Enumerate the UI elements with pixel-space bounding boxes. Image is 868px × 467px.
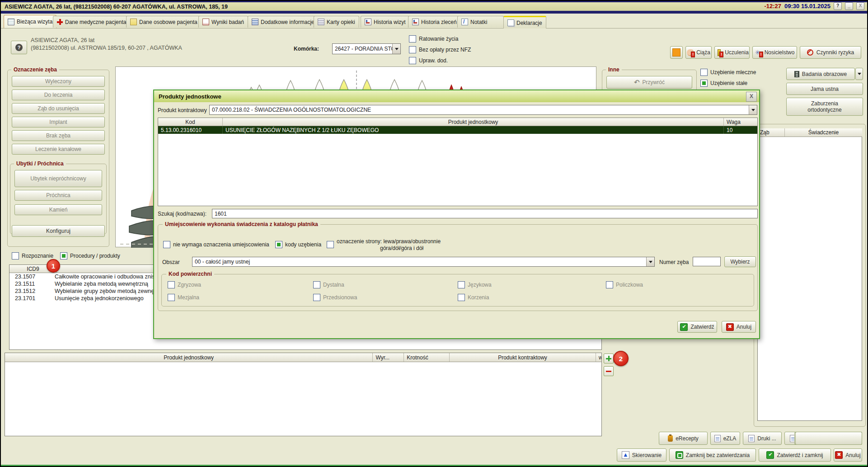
col-zab[interactable]: Ząb bbox=[757, 128, 784, 137]
col-produkt-kontraktowy[interactable]: Produkt kontraktowy bbox=[449, 353, 596, 362]
implant-button[interactable]: Implant bbox=[12, 117, 105, 127]
teeth-codes-checkbox[interactable]: kody uzębienia bbox=[275, 241, 321, 248]
cell-select[interactable]: 26427 - PORADNIA STOMATOLOGICZNA - AOS -… bbox=[332, 43, 401, 54]
tab-historia-wizyt[interactable]: Historia wizyt bbox=[361, 16, 410, 28]
col-kod[interactable]: Kod bbox=[158, 118, 222, 126]
checkbox[interactable] bbox=[313, 294, 320, 301]
tab-notatki[interactable]: Notatki bbox=[457, 16, 504, 28]
dialog-title-bar[interactable]: Produkty jednostkowe bbox=[154, 90, 759, 102]
surface-mezjalna-checkbox[interactable]: Mezjalna bbox=[168, 294, 199, 301]
products-table-box[interactable] bbox=[5, 353, 602, 436]
contract-product-select[interactable]: 07.0000.218.02 - ŚWIADCZENIA OGÓLNOSTOMA… bbox=[209, 105, 757, 115]
close-window-button[interactable]: X bbox=[856, 2, 864, 10]
przywroc-button[interactable]: ↶ Przywróć bbox=[606, 76, 692, 89]
checkbox[interactable] bbox=[163, 241, 170, 248]
rozpoznanie-checkbox[interactable]: Rozpoznanie bbox=[12, 252, 53, 259]
tab-deklaracje[interactable]: Deklaracje bbox=[503, 16, 546, 28]
risk-factors-button[interactable]: Czynniki ryzyka bbox=[800, 46, 861, 59]
flag-ratowanie-zycia[interactable]: Ratowanie życia bbox=[409, 35, 458, 42]
tooth-number-input[interactable] bbox=[693, 257, 721, 266]
ubytek-nieprochnicowy-button[interactable]: Ubytek niepróchnicowy bbox=[14, 170, 102, 187]
checkbox[interactable] bbox=[327, 241, 334, 248]
checkbox[interactable] bbox=[409, 46, 416, 53]
dropdown-arrow-icon[interactable] bbox=[749, 105, 757, 114]
flag-upraw-dod[interactable]: Upraw. dod. bbox=[409, 57, 448, 64]
checkbox[interactable] bbox=[313, 281, 320, 288]
checkbox[interactable] bbox=[168, 294, 175, 301]
tab-historia-zlecen[interactable]: Historia zleceń bbox=[408, 16, 461, 28]
tab-karty-opieki[interactable]: Karty opieki bbox=[314, 16, 359, 28]
selected-product-row[interactable]: 5.13.00.2316010 USUNIĘCIE ZŁOGÓW NAZĘBNY… bbox=[158, 126, 757, 134]
jama-ustna-button[interactable]: Jama ustna bbox=[786, 83, 863, 95]
checkbox[interactable] bbox=[409, 57, 416, 64]
wybierz-button[interactable]: Wybierz bbox=[724, 256, 756, 267]
color-marker-button[interactable] bbox=[670, 46, 683, 59]
procedury-produkty-checkbox[interactable]: Procedury / produkty bbox=[60, 252, 120, 259]
druki-button[interactable]: Druki ... bbox=[743, 432, 782, 445]
services-list[interactable] bbox=[757, 137, 862, 421]
erecepty-button[interactable]: eRecepty bbox=[659, 432, 708, 445]
col-wsp[interactable]: wsp. bbox=[596, 353, 601, 362]
tab-wyniki-badan[interactable]: Wyniki badań bbox=[198, 16, 248, 28]
remove-product-button[interactable] bbox=[604, 366, 614, 376]
zamknij-bez-zatwierdzania-button[interactable]: Zamknij bez zatwierdzania bbox=[669, 448, 756, 462]
minimize-button[interactable]: _ bbox=[845, 2, 853, 10]
dialog-close-icon[interactable]: X bbox=[746, 92, 757, 102]
flag-bez-oplaty-nfz[interactable]: Bez opłaty przez NFZ bbox=[409, 46, 471, 53]
anuluj-wizyta-button[interactable]: ✖Anuluj bbox=[834, 448, 862, 462]
checkbox-checked[interactable] bbox=[275, 241, 282, 248]
uzebienie-mleczne-checkbox[interactable]: Uzębienie mleczne bbox=[700, 69, 756, 76]
skierowanie-button[interactable]: ▲Skierowanie bbox=[617, 448, 666, 462]
zaburzenia-ortodontyczne-button[interactable]: Zaburzenia ortodontyczne bbox=[786, 98, 863, 116]
patient-help-button[interactable]: ? bbox=[11, 41, 27, 54]
surface-dystalna-checkbox[interactable]: Dystalna bbox=[313, 281, 344, 288]
leczenie-kanalowe-button[interactable]: Leczenie kanałowe bbox=[12, 144, 105, 155]
search-input[interactable]: 1601 bbox=[212, 209, 758, 218]
col-waga[interactable]: Waga bbox=[723, 118, 757, 126]
anuluj-button[interactable]: ✖Anuluj bbox=[722, 321, 756, 333]
checkbox-checked[interactable] bbox=[700, 80, 708, 87]
tab-dane-osobowe[interactable]: Dane osobowe pacjenta bbox=[126, 16, 202, 28]
checkbox-checked[interactable] bbox=[60, 252, 67, 259]
carrier-button[interactable]: Nosicielstwo bbox=[752, 46, 797, 59]
badania-obrazowe-button[interactable]: Badania obrazowe bbox=[786, 68, 855, 80]
col-swiadczenie[interactable]: Świadczenie bbox=[784, 128, 862, 137]
checkbox[interactable] bbox=[458, 281, 465, 288]
surface-zgryzowa-checkbox[interactable]: Zgryzowa bbox=[168, 281, 201, 288]
nastepna-wizyta[interactable] bbox=[795, 432, 862, 445]
checkbox[interactable] bbox=[606, 281, 613, 288]
dropdown-arrow-icon[interactable] bbox=[646, 257, 654, 266]
tab-dane-medyczne[interactable]: Dane medyczne pacjenta bbox=[53, 16, 130, 28]
checkbox[interactable] bbox=[168, 281, 175, 288]
col-krotnosc[interactable]: Krotność bbox=[404, 353, 449, 362]
allergies-button[interactable]: Uczulenia bbox=[714, 46, 750, 59]
checkbox[interactable] bbox=[409, 35, 416, 42]
col-wyr[interactable]: Wyr... bbox=[372, 353, 404, 362]
wyleczony-button[interactable]: Wyleczony bbox=[12, 76, 105, 87]
pregnancy-button[interactable]: Ciąża bbox=[685, 46, 712, 59]
badania-obrazowe-dropdown[interactable] bbox=[855, 68, 863, 80]
surface-jezykowa-checkbox[interactable]: Językowa bbox=[458, 281, 492, 288]
help-window-button[interactable]: ? bbox=[834, 2, 842, 10]
checkbox[interactable] bbox=[458, 294, 465, 301]
add-product-button[interactable] bbox=[604, 354, 614, 363]
checkbox[interactable] bbox=[12, 252, 19, 259]
konfiguruj-button[interactable]: Konfiguruj bbox=[12, 225, 105, 237]
zab-do-usuniecia-button[interactable]: Ząb do usunięcia bbox=[12, 103, 105, 114]
do-leczenia-button[interactable]: Do leczenia bbox=[12, 90, 105, 100]
zatwierdz-button[interactable]: ✔Zatwierdź bbox=[677, 321, 717, 333]
side-marking-checkbox[interactable] bbox=[327, 241, 334, 248]
kamien-button[interactable]: Kamień bbox=[14, 204, 102, 215]
tab-biezaca-wizyta[interactable]: Bieżąca wizyta bbox=[4, 15, 56, 28]
area-select[interactable]: 00 - całość jamy ustnej bbox=[192, 257, 655, 267]
tab-dodatkowe-informacje[interactable]: Dodatkowe informacje bbox=[248, 16, 319, 28]
surface-korzenia-checkbox[interactable]: Korzenia bbox=[458, 294, 489, 301]
zatwierdz-i-zamknij-button[interactable]: ✔Zatwierdź i zamknij bbox=[759, 448, 831, 462]
col-produkt-jednostkowy[interactable]: Produkt jednostkowy bbox=[222, 118, 723, 126]
prochnica-button[interactable]: Próchnica bbox=[14, 190, 102, 201]
surface-policzkowa-checkbox[interactable]: Policzkowa bbox=[606, 281, 643, 288]
brak-zeba-button[interactable]: Brak zęba bbox=[12, 130, 105, 141]
surface-przedsionowa-checkbox[interactable]: Przedsionowa bbox=[313, 294, 357, 301]
dropdown-arrow-icon[interactable] bbox=[392, 44, 400, 54]
no-location-checkbox[interactable]: nie wymaga oznaczenia umiejscowienia bbox=[163, 241, 269, 248]
